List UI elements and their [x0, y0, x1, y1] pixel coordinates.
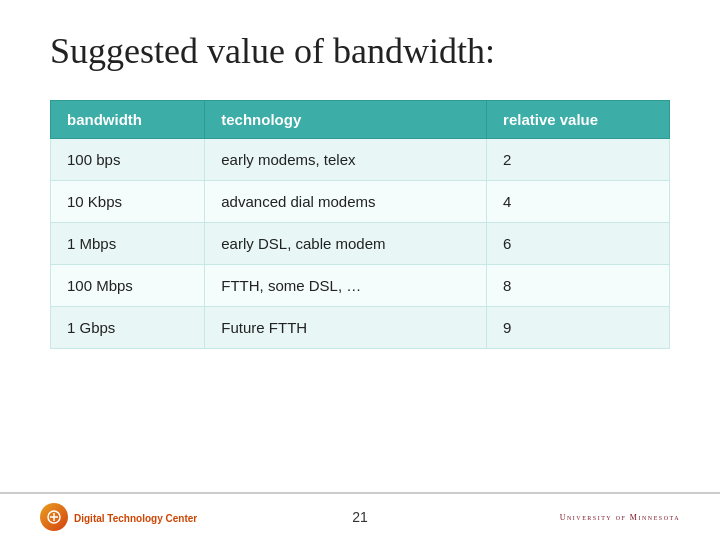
cell-bandwidth: 1 Gbps: [51, 307, 205, 349]
cell-bandwidth: 100 bps: [51, 139, 205, 181]
dtc-icon-svg: [46, 509, 62, 525]
col-header-technology: technology: [205, 101, 487, 139]
footer-page-number: 21: [352, 509, 368, 525]
slide-container: Suggested value of bandwidth: bandwidth …: [0, 0, 720, 540]
bandwidth-table: bandwidth technology relative value 100 …: [50, 100, 670, 349]
slide-title: Suggested value of bandwidth:: [50, 30, 670, 72]
cell-technology: early modems, telex: [205, 139, 487, 181]
cell-technology: FTTH, some DSL, …: [205, 265, 487, 307]
footer-university: University of Minnesota: [560, 513, 680, 522]
dtc-logo-icon: [40, 503, 68, 531]
col-header-bandwidth: bandwidth: [51, 101, 205, 139]
cell-value: 4: [487, 181, 670, 223]
university-name: University of Minnesota: [560, 513, 680, 522]
table-row: 100 MbpsFTTH, some DSL, …8: [51, 265, 670, 307]
cell-bandwidth: 1 Mbps: [51, 223, 205, 265]
cell-bandwidth: 100 Mbps: [51, 265, 205, 307]
cell-value: 9: [487, 307, 670, 349]
table-row: 100 bpsearly modems, telex2: [51, 139, 670, 181]
dtc-logo-name: Digital Technology Center: [74, 513, 197, 524]
table-header-row: bandwidth technology relative value: [51, 101, 670, 139]
col-header-value: relative value: [487, 101, 670, 139]
table-row: 1 Mbpsearly DSL, cable modem6: [51, 223, 670, 265]
footer: Digital Technology Center 21 University …: [0, 492, 720, 540]
cell-value: 6: [487, 223, 670, 265]
dtc-logo: Digital Technology Center: [40, 503, 197, 531]
cell-bandwidth: 10 Kbps: [51, 181, 205, 223]
table-row: 1 GbpsFuture FTTH9: [51, 307, 670, 349]
cell-technology: advanced dial modems: [205, 181, 487, 223]
cell-value: 2: [487, 139, 670, 181]
cell-technology: Future FTTH: [205, 307, 487, 349]
cell-value: 8: [487, 265, 670, 307]
table-row: 10 Kbpsadvanced dial modems4: [51, 181, 670, 223]
dtc-logo-text-block: Digital Technology Center: [74, 508, 197, 526]
cell-technology: early DSL, cable modem: [205, 223, 487, 265]
footer-left: Digital Technology Center: [40, 503, 197, 531]
